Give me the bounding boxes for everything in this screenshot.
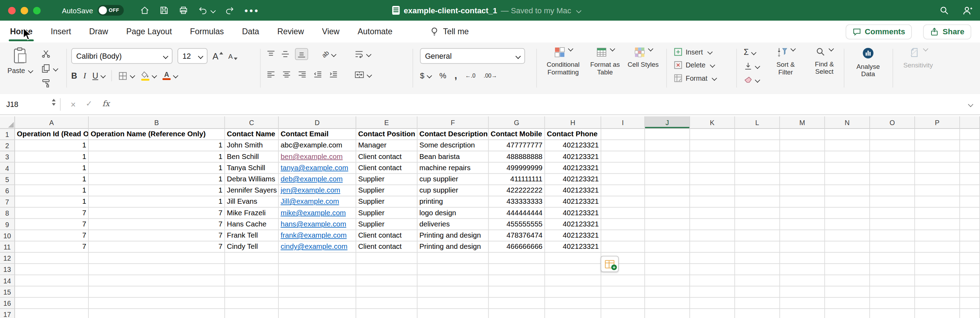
cell-h3[interactable]: 402123321 — [545, 151, 601, 163]
cell-n11[interactable] — [825, 241, 870, 252]
cell-e4[interactable]: Client contact — [356, 163, 417, 174]
cell-c1[interactable]: Contact Name — [225, 129, 279, 140]
tab-review[interactable]: Review — [277, 21, 304, 43]
column-header-k[interactable]: K — [690, 117, 735, 129]
cell-m15[interactable] — [780, 286, 825, 298]
cell-d2[interactable]: abc@example.com — [279, 140, 356, 151]
cell-h1[interactable]: Contact Phone — [545, 129, 601, 140]
cell-c2[interactable]: John Smith — [225, 140, 279, 151]
cell-e8[interactable]: Supplier — [356, 208, 417, 219]
cell-o6[interactable] — [870, 185, 915, 197]
cell-k6[interactable] — [690, 185, 735, 197]
increase-indent-icon[interactable] — [329, 70, 338, 79]
cell-b7[interactable]: 1 — [89, 197, 225, 208]
cell-n6[interactable] — [825, 185, 870, 197]
cell-i14[interactable] — [601, 275, 645, 286]
cell-i15[interactable] — [601, 286, 645, 298]
cell-a9[interactable]: 7 — [15, 219, 89, 230]
cell-d9[interactable]: hans@example.com — [279, 219, 356, 230]
sort-filter-button[interactable]: Sort & Filter — [769, 47, 803, 75]
cell-a14[interactable] — [15, 275, 89, 286]
cell-b3[interactable]: 1 — [89, 151, 225, 163]
decrease-indent-icon[interactable] — [313, 70, 323, 79]
cell-l13[interactable] — [735, 264, 780, 275]
cell-i9[interactable] — [601, 219, 645, 230]
conditional-formatting-button[interactable]: Conditional Formatting — [542, 47, 584, 75]
cell[interactable] — [960, 197, 980, 208]
cell-j1[interactable] — [645, 129, 690, 140]
cell-c17[interactable] — [225, 309, 279, 318]
cell-h14[interactable] — [545, 275, 601, 286]
cell-f4[interactable]: machine repairs — [417, 163, 488, 174]
cell-h7[interactable]: 402123321 — [545, 197, 601, 208]
column-header-c[interactable]: C — [225, 117, 279, 129]
row-header-8[interactable]: 8 — [0, 208, 15, 219]
cancel-entry-icon[interactable]: × — [70, 100, 76, 108]
cell-p7[interactable] — [915, 197, 960, 208]
formula-input[interactable] — [110, 94, 967, 114]
insert-function-icon[interactable]: fx — [102, 100, 110, 108]
cell-p2[interactable] — [915, 140, 960, 151]
cell-k7[interactable] — [690, 197, 735, 208]
quick-analysis-button[interactable]: + — [601, 256, 619, 272]
print-icon[interactable] — [179, 6, 188, 15]
cell-j7[interactable] — [645, 197, 690, 208]
font-color-button[interactable]: A — [163, 71, 178, 80]
cell-j10[interactable] — [645, 230, 690, 241]
cell-c11[interactable]: Cindy Tell — [225, 241, 279, 252]
cell-o8[interactable] — [870, 208, 915, 219]
cell-f13[interactable] — [417, 264, 488, 275]
cell-i1[interactable] — [601, 129, 645, 140]
cell-h8[interactable]: 402123321 — [545, 208, 601, 219]
cell-c3[interactable]: Ben Schill — [225, 151, 279, 163]
cell-j11[interactable] — [645, 241, 690, 252]
cell-f10[interactable]: Printing and design — [417, 230, 488, 241]
tab-insert[interactable]: Insert — [51, 21, 71, 43]
cell-f17[interactable] — [417, 309, 488, 318]
cell-b10[interactable]: 7 — [89, 230, 225, 241]
cell-b6[interactable]: 1 — [89, 185, 225, 197]
cell-n8[interactable] — [825, 208, 870, 219]
underline-button[interactable]: U — [92, 71, 105, 80]
cell-g7[interactable]: 433333333 — [488, 197, 545, 208]
cell-n1[interactable] — [825, 129, 870, 140]
cell-p13[interactable] — [915, 264, 960, 275]
orientation-button[interactable]: ab — [322, 51, 336, 58]
cell-d1[interactable]: Contact Email — [279, 129, 356, 140]
cell-k2[interactable] — [690, 140, 735, 151]
row-header-6[interactable]: 6 — [0, 185, 15, 197]
cell-p16[interactable] — [915, 298, 960, 309]
column-header-b[interactable]: B — [89, 117, 225, 129]
cell-n3[interactable] — [825, 151, 870, 163]
cell-l10[interactable] — [735, 230, 780, 241]
cell-b9[interactable]: 7 — [89, 219, 225, 230]
cell-b11[interactable]: 7 — [89, 241, 225, 252]
percent-button[interactable]: % — [439, 71, 446, 80]
insert-cells-button[interactable]: Insert — [674, 48, 716, 56]
comments-button[interactable]: Comments — [846, 24, 912, 39]
cell-a4[interactable]: 1 — [15, 163, 89, 174]
cell-j12[interactable] — [645, 252, 690, 264]
email-link[interactable]: hans@example.com — [281, 220, 347, 227]
cell-g4[interactable]: 499999999 — [488, 163, 545, 174]
cell-m11[interactable] — [780, 241, 825, 252]
row-header-17[interactable]: 17 — [0, 309, 15, 318]
cell-i2[interactable] — [601, 140, 645, 151]
cell-o7[interactable] — [870, 197, 915, 208]
cell-k3[interactable] — [690, 151, 735, 163]
cell-m1[interactable] — [780, 129, 825, 140]
cell-k11[interactable] — [690, 241, 735, 252]
cell-g13[interactable] — [488, 264, 545, 275]
cell[interactable] — [960, 185, 980, 197]
cell-m10[interactable] — [780, 230, 825, 241]
cell-g17[interactable] — [488, 309, 545, 318]
cell-m12[interactable] — [780, 252, 825, 264]
cell-g2[interactable]: 477777777 — [488, 140, 545, 151]
cell[interactable] — [960, 286, 980, 298]
cell-e1[interactable]: Contact Position — [356, 129, 417, 140]
cell-f3[interactable]: Bean barista — [417, 151, 488, 163]
cell-f8[interactable]: logo design — [417, 208, 488, 219]
cell-c15[interactable] — [225, 286, 279, 298]
cell-c6[interactable]: Jennifer Sayers — [225, 185, 279, 197]
cell-k1[interactable] — [690, 129, 735, 140]
